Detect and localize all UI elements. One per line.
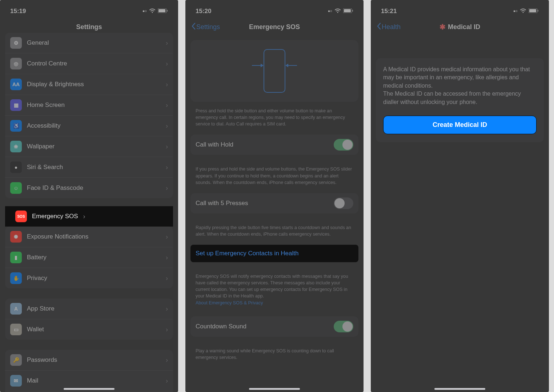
status-time: 15:20 <box>196 8 211 15</box>
row-icon: ⚙ <box>10 37 22 49</box>
home-indicator[interactable] <box>249 388 300 390</box>
settings-row[interactable]: AApp Store› <box>5 299 173 319</box>
setup-footer: Emergency SOS will notify emergency cont… <box>185 270 364 306</box>
settings-row[interactable]: ✋Privacy› <box>5 268 173 288</box>
illustration-footer: Press and hold the side button and eithe… <box>185 105 364 127</box>
back-label: Settings <box>196 23 220 31</box>
five-footer: Rapidly pressing the side button five ti… <box>185 221 364 237</box>
status-bar: 15:21 ▪▫ <box>371 0 549 17</box>
page-title: Emergency SOS <box>249 23 300 31</box>
row-label: Display & Brightness <box>27 81 161 88</box>
settings-group: ✺Exposure Notifications›▮Battery›✋Privac… <box>5 227 173 288</box>
status-time: 15:19 <box>10 8 26 15</box>
battery-icon <box>343 8 353 15</box>
svg-rect-1 <box>158 9 165 12</box>
settings-row[interactable]: ▮Battery› <box>5 247 173 268</box>
row-label: Passwords <box>27 356 161 364</box>
chevron-right-icon: › <box>166 305 168 313</box>
row-label: Battery <box>27 254 161 261</box>
chevron-left-icon <box>377 23 381 32</box>
settings-row[interactable]: ☺Face ID & Passcode› <box>5 178 173 198</box>
signal-icon: ▪▫ <box>142 8 147 15</box>
row-label: Wallpaper <box>27 143 161 150</box>
settings-row[interactable]: ▭Wallet› <box>5 319 173 340</box>
page-title: ✱ Medical ID <box>439 23 480 31</box>
wifi-icon <box>149 8 156 15</box>
row-icon: ▭ <box>10 324 22 335</box>
page-title: Settings <box>76 23 102 31</box>
row-label: Exposure Notifications <box>27 233 161 240</box>
chevron-right-icon: › <box>166 122 168 130</box>
row-icon: ◎ <box>10 58 22 69</box>
signal-icon: ▪▫ <box>328 8 332 15</box>
home-indicator[interactable] <box>434 388 485 390</box>
settings-list[interactable]: ⚙General›◎Control Centre›AADisplay & Bri… <box>0 33 178 392</box>
chevron-right-icon: › <box>166 39 168 47</box>
row-label: Emergency SOS <box>32 213 78 220</box>
setup-contacts-group: Set up Emergency Contacts in Health <box>190 245 358 262</box>
settings-row[interactable]: ♿Accessibility› <box>5 116 173 136</box>
chevron-right-icon: › <box>166 184 168 192</box>
row-label: Countdown Sound <box>196 323 329 330</box>
sos-icon: SOS <box>15 211 27 222</box>
row-label: Face ID & Passcode <box>27 184 161 192</box>
chevron-right-icon: › <box>166 60 168 68</box>
chevron-right-icon: › <box>166 254 168 261</box>
row-icon: ✋ <box>10 272 22 284</box>
status-icons: ▪▫ <box>328 8 353 15</box>
status-icons: ▪▫ <box>142 8 168 15</box>
row-icon: ▮ <box>10 252 22 263</box>
chevron-right-icon: › <box>83 213 85 220</box>
settings-row-emergency-sos[interactable]: SOSEmergency SOS› <box>5 206 173 227</box>
home-indicator[interactable] <box>64 388 115 390</box>
call-five-toggle[interactable] <box>334 197 353 209</box>
status-bar: 15:19 ▪▫ <box>0 0 178 17</box>
row-label: Call with Hold <box>196 141 329 148</box>
settings-group: ⚙General›◎Control Centre›AADisplay & Bri… <box>5 33 173 198</box>
svg-rect-4 <box>344 9 351 12</box>
illustration-card <box>190 40 358 102</box>
settings-row[interactable]: ●Siri & Search› <box>5 157 173 178</box>
row-icon: ❀ <box>10 141 22 152</box>
chevron-right-icon: › <box>166 164 168 171</box>
row-label: Home Screen <box>27 101 161 109</box>
settings-screen: 15:19 ▪▫ Settings ⚙General›◎Control Cent… <box>0 0 178 392</box>
nav-bar: Settings Emergency SOS <box>185 17 364 36</box>
call-with-hold-row[interactable]: Call with Hold <box>190 135 358 155</box>
medical-star-icon: ✱ <box>439 23 446 31</box>
settings-row[interactable]: ❀Wallpaper› <box>5 136 173 157</box>
sos-content: Press and hold the side button and eithe… <box>185 40 364 375</box>
privacy-link[interactable]: About Emergency SOS & Privacy <box>196 300 263 305</box>
create-medical-id-button[interactable]: Create Medical ID <box>383 116 537 134</box>
settings-row[interactable]: AADisplay & Brightness› <box>5 74 173 95</box>
row-icon: ♿ <box>10 120 22 132</box>
settings-row[interactable]: 🔑Passwords› <box>5 350 173 371</box>
setup-emergency-contacts-link[interactable]: Set up Emergency Contacts in Health <box>190 245 358 262</box>
back-button[interactable]: Settings <box>191 23 220 32</box>
medical-content: A Medical ID provides medical informatio… <box>371 58 549 157</box>
svg-rect-2 <box>167 10 168 12</box>
link-label: Set up Emergency Contacts in Health <box>196 250 353 257</box>
row-label: Control Centre <box>27 60 161 67</box>
call-five-group: Call with 5 Presses <box>190 193 358 213</box>
row-icon: AA <box>10 79 22 90</box>
status-bar: 15:20 ▪▫ <box>185 0 364 17</box>
settings-row[interactable]: ◎Control Centre› <box>5 53 173 74</box>
row-icon: ✺ <box>10 231 22 243</box>
row-label: Wallet <box>27 326 161 333</box>
settings-row[interactable]: ▦Home Screen› <box>5 95 173 116</box>
back-button[interactable]: Health <box>377 23 401 32</box>
countdown-toggle[interactable] <box>334 321 353 332</box>
settings-row[interactable]: ✺Exposure Notifications› <box>5 227 173 247</box>
row-label: Call with 5 Presses <box>196 200 329 207</box>
svg-rect-5 <box>352 10 353 12</box>
settings-group: AApp Store›▭Wallet› <box>5 299 173 340</box>
chevron-right-icon: › <box>166 377 168 385</box>
medical-id-screen: 15:21 ▪▫ Health ✱ Medical ID A Medical I… <box>371 0 549 392</box>
row-label: Mail <box>27 377 161 384</box>
hold-footer: If you press and hold the side and volum… <box>185 163 364 185</box>
call-with-hold-toggle[interactable] <box>334 139 353 151</box>
call-five-presses-row[interactable]: Call with 5 Presses <box>190 193 358 213</box>
row-label: Privacy <box>27 275 161 282</box>
countdown-sound-row[interactable]: Countdown Sound <box>190 316 358 337</box>
